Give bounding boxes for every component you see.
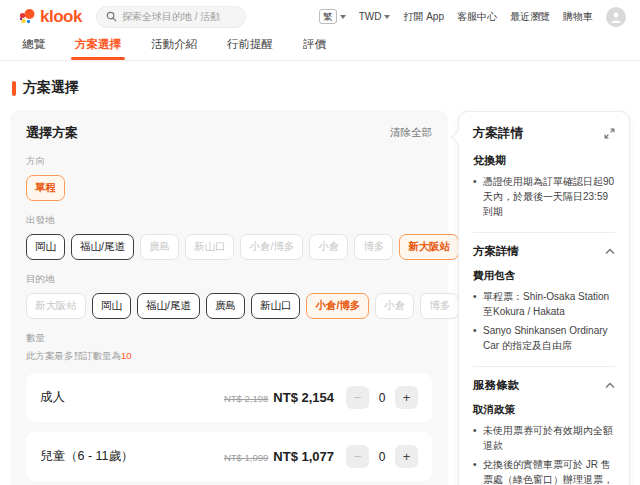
list-item: 兌換後的實體車票可於 JR 售票處（綠色窗口）辦理退票，需支付手續費（票價10%… — [473, 457, 615, 485]
user-icon — [609, 10, 623, 24]
divider — [473, 366, 615, 367]
language-selector[interactable]: 繁 — [319, 9, 346, 24]
adult-price: NT$ 2,154 — [273, 390, 334, 405]
adult-increase-button[interactable]: + — [395, 386, 418, 409]
currency-selector[interactable]: TWD — [359, 11, 391, 22]
departure-options: 岡山 福山/尾道 廣島 新山口 小倉/博多 小倉 博多 新大阪站 — [26, 234, 432, 260]
package-selector-card: 選擇方案 清除全部 方向 單程 出發地 岡山 福山/尾道 廣島 新山口 小倉/博… — [10, 110, 448, 485]
tab-overview[interactable]: 總覽 — [22, 37, 45, 60]
quantity-max-value: 10 — [121, 350, 132, 361]
child-label: 兒童（6 - 11歲） — [40, 448, 134, 465]
departure-option-chip[interactable]: 廣島 — [140, 234, 179, 260]
destination-option-chip[interactable]: 小倉/博多 — [306, 293, 369, 319]
klook-logo[interactable]: klook — [18, 7, 82, 27]
direction-label: 方向 — [26, 155, 432, 168]
departure-label: 出發地 — [26, 214, 432, 227]
adult-label: 成人 — [40, 389, 65, 406]
recently-viewed-label: 最近瀏覽 — [510, 10, 550, 24]
cancellation-policy-bullets: 未使用票券可於有效期內全額退款 兌換後的實體車票可於 JR 售票處（綠色窗口）辦… — [473, 423, 615, 485]
panel-pointer-notch — [451, 130, 465, 144]
child-price: NT$ 1,077 — [273, 449, 334, 464]
list-item: 單程票：Shin-Osaka Station至Kokura / Hakata — [473, 289, 615, 319]
child-quantity-stepper: − 0 + — [346, 445, 418, 468]
tab-reviews[interactable]: 評價 — [303, 37, 326, 60]
language-label: 繁 — [319, 9, 337, 24]
chevron-down-icon — [384, 15, 390, 19]
tab-package-options[interactable]: 方案選擇 — [75, 37, 121, 60]
top-header: klook 繁 TWD 打開 App 客服中心 最近瀏覽 購物車 — [0, 0, 640, 33]
cart-label: 購物車 — [563, 10, 593, 24]
adult-count: 0 — [369, 391, 395, 405]
chevron-down-icon — [340, 15, 346, 19]
page-title: 方案選擇 — [23, 79, 79, 97]
direction-options: 單程 — [26, 175, 432, 201]
destination-option-chip[interactable]: 岡山 — [92, 293, 131, 319]
departure-option-chip[interactable]: 新大阪站 — [399, 234, 459, 260]
search-icon — [106, 11, 117, 22]
destination-label: 目的地 — [26, 273, 432, 286]
destination-option-chip[interactable]: 博多 — [420, 293, 459, 319]
list-item: 未使用票券可於有效期內全額退款 — [473, 423, 615, 453]
destination-option-chip[interactable]: 廣島 — [206, 293, 245, 319]
cart-link[interactable]: 購物車 — [563, 10, 593, 24]
departure-option-chip[interactable]: 福山/尾道 — [71, 234, 134, 260]
open-app-label: 打開 App — [403, 10, 444, 24]
adult-quantity-stepper: − 0 + — [346, 386, 418, 409]
fee-includes-heading: 費用包含 — [473, 269, 615, 283]
destination-option-chip[interactable]: 福山/尾道 — [137, 293, 200, 319]
departure-option-chip[interactable]: 岡山 — [26, 234, 65, 260]
page-title-row: 方案選擇 — [12, 79, 448, 97]
list-item: Sanyo Shinkansen Ordinary Car 的指定及自由席 — [473, 323, 615, 353]
destination-options: 新大阪站 岡山 福山/尾道 廣島 新山口 小倉/博多 小倉 博多 — [26, 293, 432, 319]
chevron-up-icon — [605, 248, 615, 255]
recently-viewed-link[interactable]: 最近瀏覽 — [510, 10, 550, 24]
direction-option-chip[interactable]: 單程 — [26, 175, 65, 201]
plan-details-heading: 方案詳情 — [473, 244, 519, 259]
departure-option-chip[interactable]: 新山口 — [185, 234, 235, 260]
chevron-up-icon — [605, 382, 615, 389]
redemption-bullets: 憑證使用期為訂單確認日起90天內，於最後一天隔日23:59到期 — [473, 174, 615, 219]
quantity-max-note: 此方案最多預訂數量為10 — [26, 350, 432, 363]
search-input[interactable] — [122, 11, 232, 22]
adult-decrease-button[interactable]: − — [346, 386, 369, 409]
list-item: 憑證使用期為訂單確認日起90天內，於最後一天隔日23:59到期 — [473, 174, 615, 219]
child-price-row: 兒童（6 - 11歲） NT$ 1,099 NT$ 1,077 − 0 + — [26, 432, 432, 481]
title-accent-bar — [12, 81, 16, 96]
tab-pre-trip-reminders[interactable]: 行前提醒 — [227, 37, 273, 60]
destination-option-chip[interactable]: 新大阪站 — [26, 293, 86, 319]
selector-title: 選擇方案 — [26, 124, 78, 142]
destination-option-chip[interactable]: 小倉 — [375, 293, 414, 319]
departure-option-chip[interactable]: 小倉 — [309, 234, 348, 260]
child-count: 0 — [369, 450, 395, 464]
adult-price-row: 成人 NT$ 2,198 NT$ 2,154 − 0 + — [26, 373, 432, 422]
child-decrease-button[interactable]: − — [346, 445, 369, 468]
details-panel-title: 方案詳情 — [473, 125, 523, 142]
support-label: 客服中心 — [457, 10, 497, 24]
user-avatar[interactable] — [606, 7, 626, 27]
quantity-label: 數量 — [26, 332, 432, 345]
logo-wordmark: klook — [40, 7, 82, 27]
support-link[interactable]: 客服中心 — [457, 10, 497, 24]
departure-option-chip[interactable]: 小倉/博多 — [240, 234, 303, 260]
cancellation-policy-heading: 取消政策 — [473, 403, 615, 417]
klook-logo-icon — [18, 8, 36, 26]
search-bar[interactable] — [96, 6, 246, 28]
destination-option-chip[interactable]: 新山口 — [251, 293, 301, 319]
package-details-panel: 方案詳情 兌換期 憑證使用期為訂單確認日起90天內，於最後一天隔日23:59到期… — [458, 111, 630, 485]
open-app-link[interactable]: 打開 App — [403, 10, 444, 24]
currency-label: TWD — [359, 11, 382, 22]
tab-activity-intro[interactable]: 活動介紹 — [151, 37, 197, 60]
expand-icon[interactable] — [604, 128, 615, 139]
terms-heading: 服務條款 — [473, 378, 519, 393]
section-tab-bar: 總覽 方案選擇 活動介紹 行前提醒 評價 — [0, 33, 640, 61]
child-increase-button[interactable]: + — [395, 445, 418, 468]
clear-all-link[interactable]: 清除全部 — [390, 126, 432, 140]
redemption-heading: 兌換期 — [473, 153, 615, 168]
departure-option-chip[interactable]: 博多 — [354, 234, 393, 260]
terms-section-header[interactable]: 服務條款 — [473, 378, 615, 393]
fee-includes-bullets: 單程票：Shin-Osaka Station至Kokura / Hakata S… — [473, 289, 615, 353]
plan-details-section-header[interactable]: 方案詳情 — [473, 244, 615, 259]
divider — [473, 232, 615, 233]
adult-original-price: NT$ 2,198 — [224, 393, 268, 404]
child-original-price: NT$ 1,099 — [224, 452, 268, 463]
